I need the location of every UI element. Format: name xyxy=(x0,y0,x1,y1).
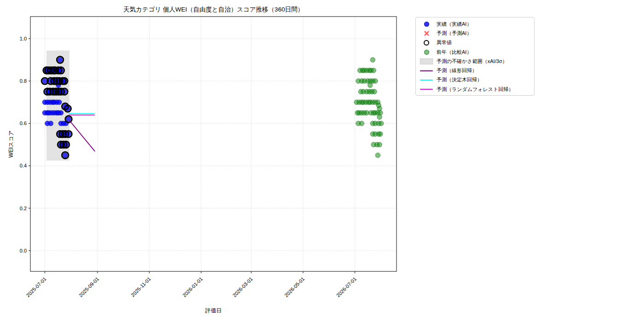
forecast-line xyxy=(69,121,95,151)
blue-dot-icon xyxy=(420,22,433,27)
legend-label: 予測（決定木回帰） xyxy=(437,76,482,83)
y-tick-label: 0.4 xyxy=(20,163,27,168)
data-point xyxy=(58,58,63,63)
data-point xyxy=(377,142,382,147)
legend-item-outlier: 異常値 xyxy=(416,38,534,47)
data-point xyxy=(370,58,375,63)
magenta-line-icon xyxy=(420,89,433,90)
y-tick-label: 0.6 xyxy=(20,121,27,126)
chart-legend: 実績（実績AI） 予測（予測AI） 異常値 前年（比較AI） 予測の不確かさ範囲… xyxy=(415,17,535,96)
legend-label: 前年（比較AI） xyxy=(437,49,472,56)
prev-year-points xyxy=(354,58,384,158)
weather-wei-score-chart: 2025-07-012025-09-012025-11-012026-01-01… xyxy=(0,0,644,322)
y-tick-label: 1.0 xyxy=(20,36,27,41)
legend-item-linear-regression: 予測（線形回帰） xyxy=(416,66,534,75)
legend-item-actual: 実績（実績AI） xyxy=(416,19,534,29)
gridlines xyxy=(30,17,397,271)
legend-item-forecast: 予測（予測AI） xyxy=(416,29,534,38)
x-tick-label: 2026-05-01 xyxy=(283,276,305,298)
data-point xyxy=(359,121,364,126)
data-point xyxy=(57,100,62,105)
legend-label: 異常値 xyxy=(437,39,452,46)
y-tick-label: 0.8 xyxy=(20,78,27,84)
legend-label: 予測の不確かさ範囲（xAI/3σ） xyxy=(437,58,507,65)
data-point xyxy=(368,83,373,88)
legend-label: 予測（ランダムフォレスト回帰） xyxy=(437,86,513,93)
tick-labels: 2025-07-012025-09-012025-11-012026-01-01… xyxy=(20,36,357,298)
x-tick-label: 2026-01-01 xyxy=(181,276,203,298)
x-tick-label: 2025-09-01 xyxy=(78,276,100,298)
chart-title: 天気カテゴリ 個人WEI（自由度と自治）スコア推移（360日間） xyxy=(30,6,397,14)
data-point xyxy=(375,153,380,158)
data-point xyxy=(373,79,378,84)
x-tick-label: 2026-03-01 xyxy=(231,276,253,298)
open-circle-icon xyxy=(420,40,433,46)
x-tick-label: 2025-11-01 xyxy=(130,276,152,298)
data-point xyxy=(378,110,383,115)
y-axis-label: WEIスコア xyxy=(7,130,15,158)
legend-label: 予測（予測AI） xyxy=(437,30,472,37)
data-point xyxy=(48,121,53,126)
purple-line-icon xyxy=(420,70,433,71)
plot-border xyxy=(30,17,397,271)
data-point xyxy=(63,153,68,158)
data-point xyxy=(58,110,63,115)
x-tick-label: 2026-07-01 xyxy=(335,276,357,298)
data-point xyxy=(379,121,384,126)
gray-band-icon xyxy=(420,58,433,64)
legend-item-prev-year: 前年（比較AI） xyxy=(416,47,534,57)
legend-item-random-forest: 予測（ランダムフォレスト回帰） xyxy=(416,85,534,94)
x-tick-label: 2025-07-01 xyxy=(25,276,47,298)
data-point xyxy=(371,68,376,73)
chart-plot-canvas: 2025-07-012025-09-012025-11-012026-01-01… xyxy=(0,0,644,322)
legend-item-uncertainty: 予測の不確かさ範囲（xAI/3σ） xyxy=(416,57,534,66)
data-point xyxy=(372,89,377,94)
red-x-icon xyxy=(420,30,433,36)
data-point xyxy=(377,115,382,120)
x-axis-label: 評価日 xyxy=(30,307,397,315)
green-dot-icon xyxy=(420,50,433,55)
legend-item-decision-tree: 予測（決定木回帰） xyxy=(416,75,534,85)
y-tick-label: 0.0 xyxy=(20,248,27,253)
y-tick-label: 0.2 xyxy=(20,206,27,211)
axis-ticks xyxy=(29,39,355,273)
data-point xyxy=(378,132,383,137)
legend-label: 予測（線形回帰） xyxy=(437,67,477,74)
data-point xyxy=(42,79,47,84)
legend-label: 実績（実績AI） xyxy=(437,21,472,28)
cyan-line-icon xyxy=(420,80,433,80)
